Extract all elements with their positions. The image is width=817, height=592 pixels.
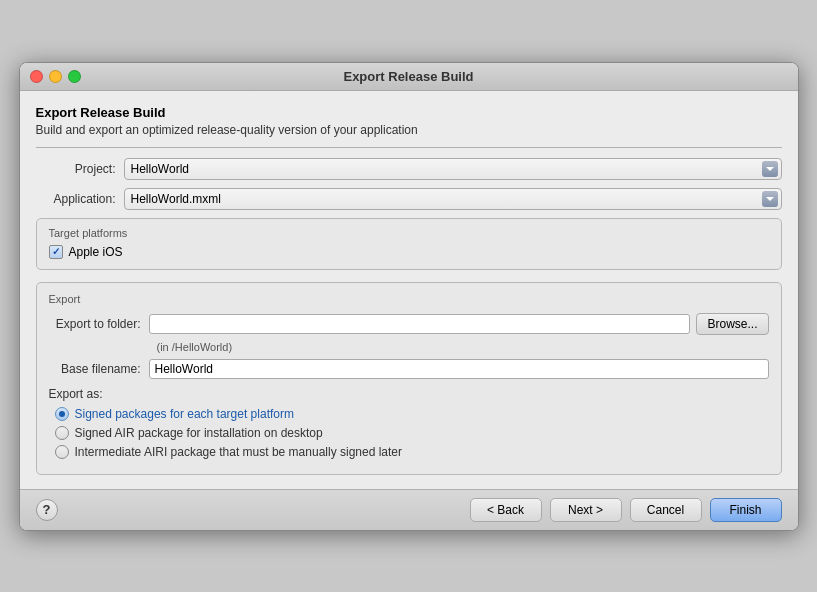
application-select-wrapper: HelloWorld.mxml [124,188,782,210]
radio-intermediate[interactable] [55,445,69,459]
project-select[interactable]: HelloWorld [124,158,782,180]
export-as-group: Export as: Signed packages for each targ… [49,387,769,459]
radio-air[interactable] [55,426,69,440]
finish-button[interactable]: Finish [710,498,782,522]
minimize-button[interactable] [49,70,62,83]
footer-buttons: < Back Next > Cancel Finish [470,498,782,522]
project-select-wrapper: HelloWorld [124,158,782,180]
header-divider [36,147,782,148]
radio-air-row: Signed AIR package for installation on d… [55,426,769,440]
application-row: Application: HelloWorld.mxml [36,188,782,210]
base-filename-row: Base filename: [49,359,769,379]
base-filename-label: Base filename: [49,362,149,376]
base-filename-input[interactable] [149,359,769,379]
close-button[interactable] [30,70,43,83]
window-title: Export Release Build [20,69,798,84]
section-header: Export Release Build Build and export an… [36,105,782,137]
traffic-lights [30,70,81,83]
radio-signed[interactable] [55,407,69,421]
footer: ? < Back Next > Cancel Finish [20,489,798,530]
export-folder-row: Export to folder: Browse... [49,313,769,335]
apple-ios-checkbox[interactable] [49,245,63,259]
main-window: Export Release Build Export Release Buil… [19,62,799,531]
radio-air-label: Signed AIR package for installation on d… [75,426,323,440]
radio-intermediate-label: Intermediate AIRI package that must be m… [75,445,403,459]
next-button[interactable]: Next > [550,498,622,522]
target-platforms-label: Target platforms [49,227,769,239]
export-group-label: Export [49,293,769,305]
footer-left: ? [36,499,58,521]
project-row: Project: HelloWorld [36,158,782,180]
apple-ios-row: Apple iOS [49,245,769,259]
radio-signed-label: Signed packages for each target platform [75,407,294,421]
browse-button[interactable]: Browse... [696,313,768,335]
radio-signed-row: Signed packages for each target platform [55,407,769,421]
application-select[interactable]: HelloWorld.mxml [124,188,782,210]
target-platforms-group: Target platforms Apple iOS [36,218,782,270]
cancel-button[interactable]: Cancel [630,498,702,522]
page-title: Export Release Build [36,105,782,120]
maximize-button[interactable] [68,70,81,83]
project-label: Project: [36,162,124,176]
export-folder-input[interactable] [149,314,691,334]
export-hint: (in /HelloWorld) [157,341,769,353]
titlebar: Export Release Build [20,63,798,91]
page-description: Build and export an optimized release-qu… [36,123,782,137]
export-as-label: Export as: [49,387,769,401]
back-button[interactable]: < Back [470,498,542,522]
apple-ios-label: Apple iOS [69,245,123,259]
export-folder-label: Export to folder: [49,317,149,331]
export-group: Export Export to folder: Browse... (in /… [36,282,782,475]
content-area: Export Release Build Build and export an… [20,91,798,489]
help-button[interactable]: ? [36,499,58,521]
application-label: Application: [36,192,124,206]
radio-intermediate-row: Intermediate AIRI package that must be m… [55,445,769,459]
